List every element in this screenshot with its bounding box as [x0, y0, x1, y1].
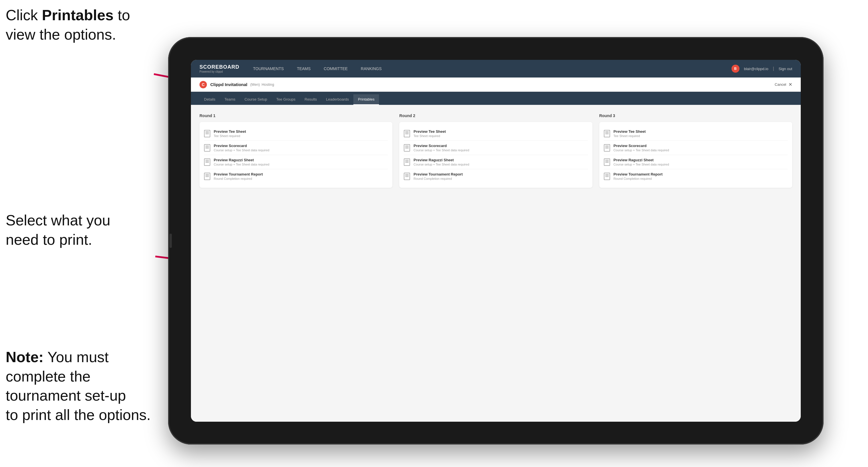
annotation-middle: Select what youneed to print.: [6, 211, 110, 249]
round-2-scorecard[interactable]: Preview Scorecard Course setup + Tee She…: [404, 141, 588, 155]
round-1-card: Preview Tee Sheet Tee Sheet required Pre…: [199, 122, 393, 188]
scorecard-text-r3: Preview Scorecard Course setup + Tee She…: [614, 144, 669, 152]
tournament-report-text-r3: Preview Tournament Report Round Completi…: [614, 172, 662, 180]
scorecard-icon-r3: [604, 144, 610, 152]
raguzzi-text-r2: Preview Raguzzi Sheet Course setup + Tee…: [413, 158, 469, 166]
tab-results[interactable]: Results: [300, 94, 321, 105]
tee-sheet-icon-r3: [604, 130, 610, 137]
tournament-name: Clippd Invitational: [210, 82, 247, 87]
round-3-card: Preview Tee Sheet Tee Sheet required Pre…: [599, 122, 792, 188]
user-avatar: B: [732, 65, 740, 73]
tab-tee-groups[interactable]: Tee Groups: [272, 94, 300, 105]
tournament-report-icon-r3: [604, 173, 610, 180]
raguzzi-text-r3: Preview Raguzzi Sheet Course setup + Tee…: [614, 158, 669, 166]
raguzzi-title-r1: Preview Raguzzi Sheet: [214, 158, 269, 162]
tab-details[interactable]: Details: [199, 94, 220, 105]
sub-nav-right: Cancel ✕: [775, 82, 792, 87]
round-1-tee-sheet[interactable]: Preview Tee Sheet Tee Sheet required: [204, 126, 388, 141]
tee-sheet-subtitle-r1: Tee Sheet required: [214, 134, 246, 137]
tee-sheet-subtitle-r3: Tee Sheet required: [614, 134, 646, 137]
round-2-raguzzi[interactable]: Preview Raguzzi Sheet Course setup + Tee…: [404, 155, 588, 169]
nav-tournaments[interactable]: TOURNAMENTS: [251, 65, 286, 72]
tournament-report-subtitle-r3: Round Completion required: [614, 177, 662, 180]
tab-printables[interactable]: Printables: [353, 94, 379, 105]
scoreboard-logo: SCOREBOARD Powered by clippd: [199, 64, 239, 73]
annotation-bold: Printables: [42, 7, 114, 23]
rounds-container: Round 1 Preview Tee Sheet Tee Sheet requ…: [199, 114, 792, 188]
round-3-tournament-report[interactable]: Preview Tournament Report Round Completi…: [604, 169, 788, 183]
top-navigation: SCOREBOARD Powered by clippd TOURNAMENTS…: [191, 60, 801, 77]
round-3-section: Round 3 Preview Tee Sheet Tee Sheet requ…: [599, 114, 792, 188]
tournament-report-title-r3: Preview Tournament Report: [614, 172, 662, 176]
tournament-report-title-r1: Preview Tournament Report: [214, 172, 263, 176]
scorecard-subtitle-r2: Course setup + Tee Sheet data required: [413, 149, 469, 152]
tee-sheet-icon-r1: [204, 130, 210, 137]
logo-sub: Powered by clippd: [199, 70, 239, 73]
scorecard-title-r3: Preview Scorecard: [614, 144, 669, 148]
round-2-tournament-report[interactable]: Preview Tournament Report Round Completi…: [404, 169, 588, 183]
user-email: blair@clippd.io: [744, 67, 768, 71]
tournament-status: Hosting: [261, 82, 274, 87]
main-content: Round 1 Preview Tee Sheet Tee Sheet requ…: [191, 105, 801, 422]
tee-sheet-title-r1: Preview Tee Sheet: [214, 129, 246, 134]
tee-sheet-title-r3: Preview Tee Sheet: [614, 129, 646, 134]
logo-title: SCOREBOARD: [199, 64, 239, 70]
raguzzi-title-r3: Preview Raguzzi Sheet: [614, 158, 669, 162]
tournament-report-title-r2: Preview Tournament Report: [413, 172, 463, 176]
round-2-section: Round 2 Preview Tee Sheet Tee Sheet requ…: [399, 114, 592, 188]
raguzzi-subtitle-r2: Course setup + Tee Sheet data required: [413, 163, 469, 166]
cancel-x[interactable]: ✕: [788, 82, 792, 87]
tee-sheet-text-r1: Preview Tee Sheet Tee Sheet required: [214, 129, 246, 137]
tee-sheet-icon-r2: [404, 130, 410, 137]
nav-right: B blair@clippd.io | Sign out: [732, 65, 792, 73]
tablet-screen: SCOREBOARD Powered by clippd TOURNAMENTS…: [191, 60, 801, 422]
round-2-tee-sheet[interactable]: Preview Tee Sheet Tee Sheet required: [404, 126, 588, 141]
sign-out-link[interactable]: Sign out: [778, 67, 792, 71]
tab-course-setup[interactable]: Course Setup: [240, 94, 272, 105]
nav-links: TOURNAMENTS TEAMS COMMITTEE RANKINGS: [251, 65, 732, 72]
raguzzi-subtitle-r3: Course setup + Tee Sheet data required: [614, 163, 669, 166]
nav-teams[interactable]: TEAMS: [294, 65, 313, 72]
raguzzi-subtitle-r1: Course setup + Tee Sheet data required: [214, 163, 269, 166]
sub-navigation: C Clippd Invitational (Men) Hosting Canc…: [191, 77, 801, 92]
scorecard-text-r1: Preview Scorecard Course setup + Tee She…: [214, 144, 269, 152]
tournament-report-text-r2: Preview Tournament Report Round Completi…: [413, 172, 463, 180]
annotation-bottom: Note: You mustcomplete thetournament set…: [6, 348, 151, 425]
round-1-label: Round 1: [199, 114, 393, 118]
tablet-side-button: [169, 234, 172, 248]
round-3-label: Round 3: [599, 114, 792, 118]
round-2-label: Round 2: [399, 114, 592, 118]
raguzzi-icon-r3: [604, 158, 610, 166]
round-1-scorecard[interactable]: Preview Scorecard Course setup + Tee She…: [204, 141, 388, 155]
tournament-report-text-r1: Preview Tournament Report Round Completi…: [214, 172, 263, 180]
tournament-report-subtitle-r1: Round Completion required: [214, 177, 263, 180]
tab-bar: Details Teams Course Setup Tee Groups Re…: [191, 92, 801, 105]
tournament-report-icon-r1: [204, 173, 210, 180]
nav-committee[interactable]: COMMITTEE: [321, 65, 350, 72]
tournament-meta: (Men): [250, 82, 260, 87]
cancel-button[interactable]: Cancel: [775, 82, 786, 87]
tab-teams[interactable]: Teams: [220, 94, 240, 105]
round-1-tournament-report[interactable]: Preview Tournament Report Round Completi…: [204, 169, 388, 183]
round-3-tee-sheet[interactable]: Preview Tee Sheet Tee Sheet required: [604, 126, 788, 141]
annotation-note-bold: Note:: [6, 349, 43, 365]
scorecard-subtitle-r1: Course setup + Tee Sheet data required: [214, 149, 269, 152]
tee-sheet-text-r2: Preview Tee Sheet Tee Sheet required: [413, 129, 446, 137]
scorecard-title-r2: Preview Scorecard: [413, 144, 469, 148]
nav-rankings[interactable]: RANKINGS: [359, 65, 384, 72]
raguzzi-text-r1: Preview Raguzzi Sheet Course setup + Tee…: [214, 158, 269, 166]
round-1-raguzzi[interactable]: Preview Raguzzi Sheet Course setup + Tee…: [204, 155, 388, 169]
scorecard-subtitle-r3: Course setup + Tee Sheet data required: [614, 149, 669, 152]
raguzzi-icon-r1: [204, 158, 210, 166]
scorecard-icon-r2: [404, 144, 410, 152]
annotation-top: Click Printables toview the options.: [6, 6, 130, 44]
tee-sheet-subtitle-r2: Tee Sheet required: [413, 134, 446, 137]
tab-leaderboards[interactable]: Leaderboards: [321, 94, 353, 105]
round-3-scorecard[interactable]: Preview Scorecard Course setup + Tee She…: [604, 141, 788, 155]
scorecard-title-r1: Preview Scorecard: [214, 144, 269, 148]
round-2-card: Preview Tee Sheet Tee Sheet required Pre…: [399, 122, 592, 188]
raguzzi-title-r2: Preview Raguzzi Sheet: [413, 158, 469, 162]
raguzzi-icon-r2: [404, 158, 410, 166]
tee-sheet-title-r2: Preview Tee Sheet: [413, 129, 446, 134]
round-3-raguzzi[interactable]: Preview Raguzzi Sheet Course setup + Tee…: [604, 155, 788, 169]
